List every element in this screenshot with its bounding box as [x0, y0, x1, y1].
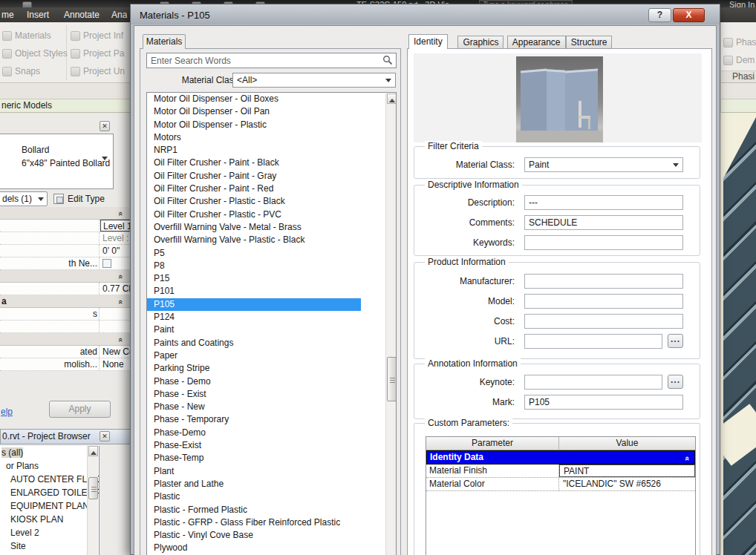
property-row[interactable]: Level 1: [0, 220, 131, 232]
property-row[interactable]: s: [0, 308, 131, 321]
browse-button[interactable]: ...: [668, 334, 683, 348]
parameter-value[interactable]: PAINT: [559, 464, 695, 477]
property-row[interactable]: molish...None: [0, 358, 131, 371]
tab-graphics[interactable]: Graphics: [457, 36, 504, 49]
material-list-item[interactable]: Parking Stripe: [147, 362, 396, 375]
materials-list[interactable]: Motor Oil Dispenser - Oil BoxesMotor Oil…: [146, 92, 397, 555]
material-list-item[interactable]: Phase - Demo: [147, 375, 396, 388]
ribbon-tab-insert[interactable]: Insert: [27, 10, 49, 20]
comments-field[interactable]: SCHEDULE: [524, 215, 683, 230]
keywords-field[interactable]: [524, 235, 683, 250]
selection-filter-dropdown[interactable]: dels (1): [0, 191, 48, 206]
material-list-item[interactable]: Motor Oil Dispenser - Oil Pan: [147, 105, 396, 118]
scrollbar-thumb[interactable]: [88, 477, 98, 499]
tree-item[interactable]: Level 2: [0, 526, 99, 539]
property-row[interactable]: atedNew Constru...: [0, 346, 131, 358]
identity-data-group-row[interactable]: Identity Data «: [426, 450, 695, 464]
search-icon[interactable]: [382, 55, 393, 68]
material-list-item[interactable]: Overfill Warning Valve - Plastic - Black: [147, 234, 396, 246]
material-list-item[interactable]: Oil Filter Crusher - Paint - Gray: [147, 170, 396, 183]
project-browser-scrollbar[interactable]: [87, 446, 98, 555]
property-value[interactable]: New Constru...: [100, 346, 131, 358]
chevron-down-icon[interactable]: [102, 157, 108, 163]
property-value[interactable]: Level : Level 1: [100, 232, 131, 244]
apply-button[interactable]: Apply: [49, 401, 111, 418]
scroll-up-button[interactable]: [88, 446, 98, 456]
tree-item[interactable]: EQUIPMENT PLAN: [0, 499, 99, 513]
model-field[interactable]: [524, 294, 683, 309]
material-list-item[interactable]: Oil Filter Crusher - Paint - Black: [147, 157, 396, 169]
property-row[interactable]: 0' 0": [0, 245, 131, 257]
material-class-dropdown[interactable]: <All>: [232, 73, 396, 88]
property-row[interactable]: 0.77 CF: [0, 283, 131, 295]
material-list-item[interactable]: Paint: [147, 324, 396, 336]
material-list-item[interactable]: Motor Oil Dispenser - Plastic: [147, 119, 396, 131]
property-value[interactable]: None: [100, 358, 131, 370]
parameter-row[interactable]: Material FinishPAINT: [426, 464, 695, 478]
material-list-item[interactable]: Plastic - Formed Plastic: [147, 504, 396, 516]
material-list-item[interactable]: Oil Filter Crusher - Plastic - Black: [147, 195, 396, 208]
material-list-item[interactable]: Phase - Temporary: [147, 413, 396, 426]
checkbox[interactable]: [102, 259, 111, 268]
tab-appearance[interactable]: Appearance: [507, 36, 566, 49]
tool-object-styles[interactable]: Object Styles: [2, 47, 68, 60]
material-list-item[interactable]: Plywood: [147, 542, 396, 554]
material-list-item-selected[interactable]: P105: [147, 298, 361, 311]
material-list-item[interactable]: Overfill Warning Valve - Metal - Brass: [147, 221, 396, 234]
tab-structure[interactable]: Structure: [566, 36, 613, 49]
search-input[interactable]: [146, 53, 397, 68]
description-field[interactable]: ---: [524, 195, 683, 210]
ribbon-tab-annotate[interactable]: Annotate: [64, 10, 100, 20]
collapse-icon[interactable]: «: [117, 275, 125, 279]
tool-phas[interactable]: Phas: [723, 36, 756, 49]
material-list-item[interactable]: Motor Oil Dispenser - Oil Boxes: [147, 93, 396, 105]
property-value[interactable]: 0.77 CF: [100, 283, 131, 295]
close-button[interactable]: X: [673, 8, 705, 22]
material-list-item[interactable]: Paints and Coatings: [147, 337, 396, 349]
manufacturer-field[interactable]: [524, 274, 683, 289]
material-list-item[interactable]: Plastic: [147, 490, 396, 503]
tab-identity[interactable]: Identity: [408, 34, 448, 49]
material-class-dropdown[interactable]: Paint: [524, 157, 683, 172]
material-list-item[interactable]: P124: [147, 311, 396, 324]
url-field[interactable]: [524, 334, 662, 349]
material-list-item[interactable]: P8: [147, 260, 396, 272]
tool-project-pa[interactable]: Project Pa: [71, 47, 124, 60]
property-row[interactable]: Level : Level 1: [0, 232, 131, 245]
tree-item[interactable]: KIOSK PLAN: [0, 513, 99, 526]
mark-field[interactable]: P105: [524, 395, 683, 410]
parameter-row[interactable]: Material Color"ICELANDIC" SW #6526: [426, 478, 695, 491]
material-list-item[interactable]: Phase-Temp: [147, 452, 396, 464]
tree-item[interactable]: or Plans: [0, 459, 99, 473]
help-button[interactable]: ?: [648, 8, 671, 22]
collapse-icon[interactable]: «: [684, 456, 691, 461]
property-value[interactable]: 0' 0": [100, 245, 131, 257]
property-value[interactable]: [100, 321, 131, 332]
scrollbar-thumb[interactable]: [387, 357, 397, 401]
material-list-item[interactable]: Plaster and Lathe: [147, 478, 396, 490]
material-list-item[interactable]: NRP1: [147, 144, 396, 157]
material-list-item[interactable]: P101: [147, 285, 396, 298]
scroll-up-button[interactable]: [387, 93, 397, 104]
tree-item[interactable]: s (all): [0, 446, 99, 459]
type-selector[interactable]: Bollard 6"x48" Painted Bollard: [0, 134, 114, 189]
materials-list-scrollbar[interactable]: [385, 93, 397, 555]
tool-snaps[interactable]: Snaps: [2, 65, 40, 78]
properties-help-link[interactable]: elp: [1, 407, 13, 417]
tool-dem[interactable]: Dem: [723, 53, 755, 67]
material-list-item[interactable]: Plant: [147, 465, 396, 478]
tab-materials[interactable]: Materials: [143, 34, 186, 49]
material-list-item[interactable]: Phase - Exist: [147, 388, 396, 401]
material-list-item[interactable]: Oil Filter Crusher - Paint - Red: [147, 183, 396, 195]
property-value[interactable]: [100, 308, 131, 320]
material-list-item[interactable]: P15: [147, 272, 396, 285]
collapse-icon[interactable]: «: [117, 338, 125, 342]
close-icon[interactable]: ✕: [100, 431, 110, 441]
property-row[interactable]: [0, 321, 131, 333]
material-list-item[interactable]: Phase - New: [147, 401, 396, 413]
ribbon-tab-ana[interactable]: Ana: [111, 10, 127, 20]
close-icon[interactable]: ✕: [100, 121, 110, 131]
tree-item[interactable]: AUTO CENTER FLOOR PL: [0, 473, 99, 486]
material-list-item[interactable]: Phase-Exist: [147, 439, 396, 452]
tree-item[interactable]: ENLARGED TOILET PLAN: [0, 486, 99, 499]
